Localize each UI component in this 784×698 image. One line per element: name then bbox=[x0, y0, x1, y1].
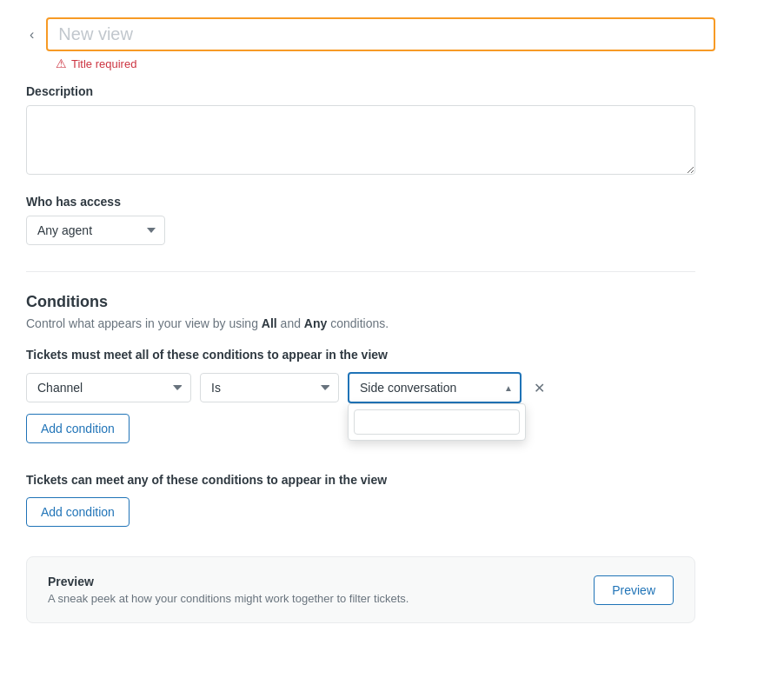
add-any-condition-label: Add condition bbox=[41, 505, 115, 519]
chevron-left-icon: ‹ bbox=[30, 27, 34, 43]
preview-card-text: Preview A sneak peek at how your conditi… bbox=[48, 575, 409, 605]
warning-icon: ⚠ bbox=[56, 57, 67, 70]
description-label: Description bbox=[26, 84, 758, 98]
any-bold: Any bbox=[304, 316, 327, 330]
condition-operator-select[interactable]: Is Is not bbox=[200, 373, 339, 402]
access-label: Who has access bbox=[26, 195, 758, 209]
view-title-input[interactable] bbox=[46, 17, 715, 51]
add-all-condition-label: Add condition bbox=[41, 422, 115, 435]
conditions-description: Control what appears in your view by usi… bbox=[26, 316, 758, 330]
dropdown-search-input[interactable] bbox=[354, 409, 520, 435]
conditions-title: Conditions bbox=[26, 293, 758, 311]
back-button[interactable]: ‹ bbox=[26, 25, 37, 44]
condition-row-1: Channel Status Assignee Is Is not ▲ ✕ bbox=[26, 372, 758, 403]
description-textarea[interactable] bbox=[26, 105, 695, 175]
title-error-text: Title required bbox=[71, 57, 136, 70]
add-any-condition-button[interactable]: Add condition bbox=[26, 497, 130, 527]
preview-card: Preview A sneak peek at how your conditi… bbox=[26, 556, 695, 623]
conditions-section: Conditions Control what appears in your … bbox=[26, 293, 758, 548]
title-error: ⚠ Title required bbox=[56, 57, 758, 70]
any-conditions-section: Tickets can meet any of these conditions… bbox=[26, 473, 758, 548]
condition-field-select[interactable]: Channel Status Assignee bbox=[26, 373, 191, 402]
all-conditions-label: Tickets must meet all of these condition… bbox=[26, 348, 758, 362]
condition-value-input[interactable] bbox=[348, 372, 522, 403]
condition-value-wrapper: ▲ bbox=[348, 372, 522, 403]
any-conditions-label: Tickets can meet any of these conditions… bbox=[26, 473, 758, 487]
preview-card-description: A sneak peek at how your conditions migh… bbox=[48, 592, 409, 605]
preview-card-title: Preview bbox=[48, 575, 409, 588]
value-dropdown-search-box bbox=[348, 403, 526, 441]
remove-condition-button[interactable]: ✕ bbox=[530, 376, 548, 400]
close-icon: ✕ bbox=[534, 380, 545, 396]
all-bold: All bbox=[262, 316, 277, 330]
access-dropdown[interactable]: Any agent Me only Team bbox=[26, 216, 165, 245]
add-all-condition-button[interactable]: Add condition bbox=[26, 414, 130, 443]
preview-button[interactable]: Preview bbox=[594, 575, 674, 605]
section-divider bbox=[26, 271, 695, 272]
